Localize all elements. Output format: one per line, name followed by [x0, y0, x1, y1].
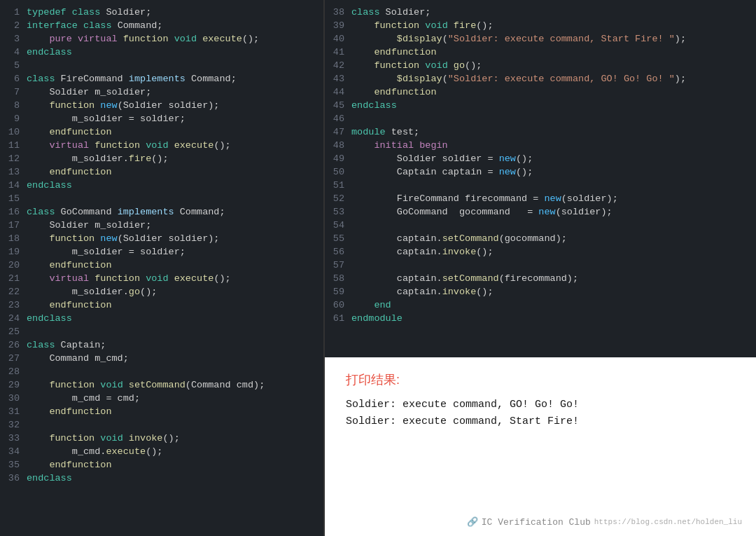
table-row: 32 — [0, 418, 323, 432]
line-content: function new(Soldier soldier); — [27, 99, 219, 112]
line-content: initial begin — [351, 139, 448, 152]
line-number: 15 — [0, 192, 20, 205]
token: typedef — [27, 7, 72, 18]
line-content: typedef class Soldier; — [27, 6, 151, 19]
token: setCommand — [442, 233, 499, 244]
table-row: 25 — [0, 325, 323, 338]
token: Soldier m_soldier; — [27, 87, 151, 97]
table-row: 34 m_cmd.execute(); — [0, 445, 323, 458]
right-area: 38class Soldier;39 function void fire();… — [325, 0, 756, 536]
line-content: m_soldier.go(); — [27, 285, 157, 298]
line-number: 31 — [0, 405, 20, 418]
line-content: function new(Soldier soldier); — [27, 232, 219, 245]
token: endclass — [351, 100, 397, 111]
token: "Soldier: execute command, GO! Go! Go! " — [448, 74, 675, 84]
table-row: 28 — [0, 365, 323, 378]
token: ( — [442, 34, 448, 44]
token — [351, 300, 374, 310]
table-row: 33 function void invoke(); — [0, 432, 323, 445]
token: void — [174, 34, 203, 44]
table-row: 51 — [325, 179, 756, 192]
table-row: 60 end — [325, 298, 756, 312]
token: m_cmd. — [27, 446, 106, 457]
token: setCommand — [442, 273, 499, 284]
token: execute — [174, 140, 214, 151]
token: (); — [476, 287, 493, 297]
token: Command; — [180, 207, 225, 217]
token: (); — [516, 167, 533, 177]
token: (Soldier soldier); — [118, 233, 220, 244]
line-number: 57 — [325, 259, 344, 272]
token: (Command cmd); — [186, 380, 265, 390]
token — [27, 433, 49, 444]
line-content: class GoCommand implements Command; — [27, 205, 225, 219]
token: (); — [146, 446, 162, 457]
line-number: 23 — [0, 298, 20, 312]
line-content: class Soldier; — [351, 6, 430, 19]
table-row: 61endmodule — [325, 312, 756, 325]
line-number: 56 — [325, 245, 344, 259]
token: m_soldier. — [27, 153, 129, 164]
line-number: 18 — [0, 232, 20, 245]
line-number: 49 — [325, 152, 344, 165]
token — [351, 140, 374, 151]
token: invoke — [442, 247, 477, 257]
table-row: 49 Soldier soldier = new(); — [325, 152, 756, 165]
token: class — [72, 7, 106, 18]
token: Captain; — [61, 340, 106, 350]
token — [27, 273, 49, 284]
line-content: function void go(); — [351, 59, 482, 72]
table-row: 24endclass — [0, 312, 323, 325]
line-number: 55 — [325, 232, 344, 245]
table-row: 50 Captain captain = new(); — [325, 165, 756, 179]
line-content: Soldier soldier = new(); — [351, 152, 533, 165]
token: virtual — [49, 140, 94, 151]
token: (); — [476, 247, 493, 257]
token: Soldier m_soldier; — [27, 220, 151, 231]
token: class — [27, 340, 61, 350]
token — [351, 87, 374, 97]
token: execute — [174, 273, 214, 284]
line-content: endfunction — [351, 85, 437, 99]
line-content: endclass — [27, 179, 72, 192]
output-panel: 打印结果: Soldier: execute command, GO! Go! … — [325, 357, 756, 536]
line-number: 27 — [0, 352, 20, 365]
line-number: 42 — [325, 59, 344, 72]
token: m_soldier = soldier; — [27, 114, 186, 124]
line-number: 22 — [0, 285, 20, 298]
token: Soldier soldier = — [351, 153, 499, 164]
table-row: 15 — [0, 192, 323, 205]
line-number: 59 — [325, 285, 344, 298]
output-text: Soldier: execute command, GO! Go! Go!Sol… — [346, 397, 735, 430]
token: function — [94, 140, 146, 151]
token: virtual — [49, 273, 94, 284]
line-number: 34 — [0, 445, 20, 458]
token: new — [499, 167, 516, 177]
line-number: 48 — [325, 139, 344, 152]
token: (); — [140, 287, 157, 297]
line-content: function void fire(); — [351, 19, 493, 32]
token: Soldier; — [386, 7, 431, 18]
line-number: 17 — [0, 219, 20, 232]
token: (); — [214, 140, 230, 151]
table-row: 10 endfunction — [0, 125, 323, 139]
line-content: Command m_cmd; — [27, 352, 129, 365]
token — [351, 20, 374, 31]
watermark-url: https://blog.csdn.net/holden_liu — [594, 518, 742, 526]
token: m_soldier = soldier; — [27, 247, 186, 257]
token: function — [49, 433, 100, 444]
token: new — [538, 207, 555, 217]
token: end — [374, 300, 391, 310]
line-number: 10 — [0, 125, 20, 139]
token: endfunction — [49, 460, 111, 470]
line-content: FireCommand firecommand = new(soldier); — [351, 192, 618, 205]
token: endfunction — [49, 167, 111, 177]
line-number: 29 — [0, 378, 20, 392]
line-content: endclass — [27, 312, 72, 325]
line-content: endfunction — [27, 298, 112, 312]
watermark-name: IC Verification Club — [482, 517, 591, 528]
token: void — [146, 273, 174, 284]
token: implements — [129, 74, 191, 84]
token: (); — [242, 34, 259, 44]
token: execute — [202, 34, 242, 44]
